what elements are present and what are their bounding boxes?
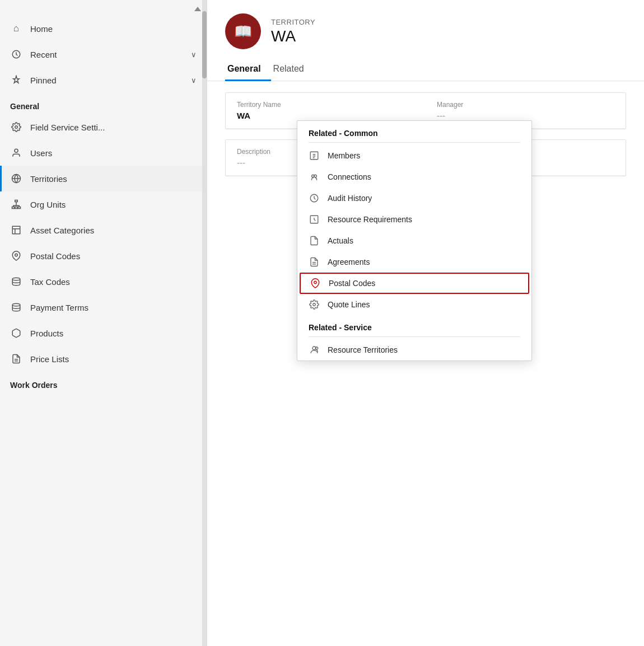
audit-icon bbox=[309, 193, 320, 204]
sidebar-item-label: Pinned bbox=[30, 76, 183, 85]
svg-point-1 bbox=[15, 126, 18, 129]
sidebar-item-label: Price Lists bbox=[30, 354, 197, 364]
dropdown-item-label: Quote Lines bbox=[328, 300, 370, 309]
dropdown-item-audit-history[interactable]: Audit History bbox=[297, 188, 531, 209]
dropdown-item-label: Members bbox=[328, 151, 360, 160]
scroll-up-button[interactable] bbox=[194, 3, 201, 13]
sidebar-item-field-service[interactable]: Field Service Setti... bbox=[0, 114, 207, 140]
sidebar-item-users[interactable]: Users bbox=[0, 140, 207, 166]
record-header: 📖 TERRITORY WA bbox=[207, 0, 644, 58]
main-content: 📖 TERRITORY WA General Related Territory… bbox=[207, 0, 644, 646]
svg-rect-8 bbox=[18, 207, 21, 209]
dropdown-item-resource-territories[interactable]: Resource Territories bbox=[297, 339, 531, 361]
dropdown-item-resource-requirements[interactable]: Resource Requirements bbox=[297, 209, 531, 230]
sidebar-item-price-lists[interactable]: Price Lists bbox=[0, 346, 207, 372]
postal-icon bbox=[10, 250, 22, 262]
sidebar-item-label: Asset Categories bbox=[30, 226, 197, 235]
dropdown-item-actuals[interactable]: Actuals bbox=[297, 230, 531, 251]
product-icon bbox=[10, 327, 22, 339]
chevron-down-icon: ∨ bbox=[191, 50, 197, 59]
svg-point-16 bbox=[314, 175, 317, 177]
globe-icon bbox=[10, 172, 22, 185]
org-icon bbox=[10, 198, 22, 210]
quote-icon bbox=[309, 299, 320, 310]
divider-service bbox=[309, 336, 520, 337]
sidebar-item-postal-codes[interactable]: Postal Codes bbox=[0, 243, 207, 269]
svg-point-24 bbox=[315, 347, 318, 350]
svg-rect-7 bbox=[15, 207, 18, 209]
sidebar-section-work-orders: Work Orders bbox=[0, 372, 207, 393]
svg-rect-6 bbox=[12, 207, 15, 209]
sidebar-item-pinned[interactable]: Pinned ∨ bbox=[0, 67, 207, 93]
tab-general[interactable]: General bbox=[225, 58, 271, 81]
scrollbar-track[interactable] bbox=[202, 0, 207, 646]
sidebar-item-tax-codes[interactable]: Tax Codes bbox=[0, 269, 207, 294]
sidebar-item-label: Field Service Setti... bbox=[30, 123, 197, 132]
svg-point-11 bbox=[12, 303, 20, 306]
scrollbar-thumb[interactable] bbox=[202, 11, 207, 78]
dropdown-item-label: Resource Territories bbox=[328, 345, 398, 354]
field-value-territory: WA bbox=[237, 111, 414, 120]
sidebar-item-label: Home bbox=[30, 24, 197, 34]
avatar-icon: 📖 bbox=[234, 23, 252, 40]
sidebar-item-recent[interactable]: Recent ∨ bbox=[0, 41, 207, 67]
dropdown-item-postal-codes[interactable]: Postal Codes bbox=[300, 273, 529, 294]
dropdown-item-label: Resource Requirements bbox=[328, 215, 412, 224]
chevron-down-icon: ∨ bbox=[191, 76, 197, 85]
sidebar-item-territories[interactable]: Territories bbox=[0, 166, 207, 191]
user-icon bbox=[10, 147, 22, 159]
dropdown-item-label: Audit History bbox=[328, 194, 372, 203]
sidebar-section-general: General bbox=[0, 93, 207, 114]
resource-territories-icon bbox=[309, 344, 320, 355]
clock-icon bbox=[10, 48, 22, 60]
dropdown-item-label: Connections bbox=[328, 172, 371, 181]
sidebar-item-org-units[interactable]: Org Units bbox=[0, 191, 207, 217]
svg-point-2 bbox=[15, 149, 18, 152]
dropdown-item-connections[interactable]: Connections bbox=[297, 166, 531, 188]
sidebar-item-payment-terms[interactable]: Payment Terms bbox=[0, 294, 207, 320]
related-dropdown: Related - Common Members Connections bbox=[297, 120, 532, 361]
sidebar-item-asset-categories[interactable]: Asset Categories bbox=[0, 217, 207, 243]
sidebar-item-label: Org Units bbox=[30, 200, 197, 209]
sidebar-item-label: Territories bbox=[30, 174, 197, 184]
members-icon bbox=[309, 150, 320, 161]
dropdown-item-label: Postal Codes bbox=[329, 279, 375, 288]
field-value-manager: --- bbox=[437, 111, 614, 120]
sidebar-item-label: Recent bbox=[30, 50, 183, 59]
agreements-icon bbox=[309, 256, 320, 268]
payment-icon bbox=[10, 301, 22, 313]
pricelist-icon bbox=[10, 353, 22, 365]
svg-point-21 bbox=[314, 281, 317, 284]
dropdown-item-quote-lines[interactable]: Quote Lines bbox=[297, 294, 531, 315]
related-common-title: Related - Common bbox=[297, 121, 531, 142]
sidebar-item-home[interactable]: ⌂ Home bbox=[0, 16, 207, 41]
sidebar-item-label: Postal Codes bbox=[30, 251, 197, 261]
tax-icon bbox=[10, 275, 22, 288]
sidebar-item-products[interactable]: Products bbox=[0, 320, 207, 346]
sidebar-item-label: Payment Terms bbox=[30, 303, 197, 312]
field-label-territory: Territory Name bbox=[237, 101, 414, 109]
content-area: Territory Name WA Manager --- Descriptio… bbox=[207, 81, 644, 646]
svg-rect-5 bbox=[15, 200, 18, 202]
divider-common bbox=[309, 142, 520, 143]
postal-codes-icon bbox=[310, 278, 321, 289]
actuals-icon bbox=[309, 235, 320, 246]
svg-point-9 bbox=[15, 254, 18, 256]
related-service-title: Related - Service bbox=[297, 315, 531, 336]
sidebar-item-label: Products bbox=[30, 329, 197, 338]
svg-point-10 bbox=[12, 278, 20, 280]
dropdown-item-members[interactable]: Members bbox=[297, 145, 531, 166]
sidebar: ⌂ Home Recent ∨ Pinned ∨ General Field S… bbox=[0, 0, 207, 646]
dropdown-item-label: Agreements bbox=[328, 258, 370, 266]
sidebar-item-label: Users bbox=[30, 148, 197, 158]
asset-icon bbox=[10, 224, 22, 236]
tab-related[interactable]: Related bbox=[271, 58, 314, 81]
dropdown-item-agreements[interactable]: Agreements bbox=[297, 251, 531, 273]
resource-req-icon bbox=[309, 214, 320, 225]
home-icon: ⌂ bbox=[10, 22, 22, 35]
connections-icon bbox=[309, 171, 320, 182]
record-title-area: TERRITORY WA bbox=[271, 18, 315, 45]
field-label-manager: Manager bbox=[437, 101, 614, 109]
record-type: TERRITORY bbox=[271, 18, 315, 26]
sidebar-item-label: Tax Codes bbox=[30, 277, 197, 287]
